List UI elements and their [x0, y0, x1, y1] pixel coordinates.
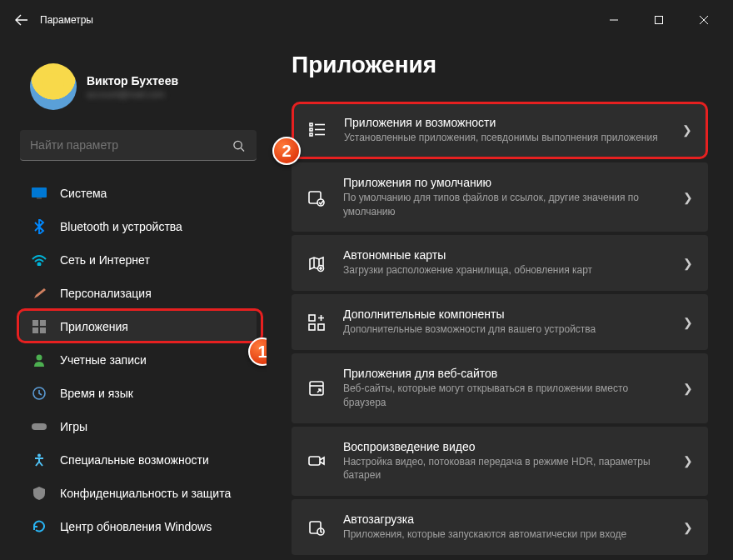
clock-icon: [32, 386, 47, 401]
svg-rect-12: [40, 328, 46, 333]
sidebar-item-accessibility[interactable]: Специальные возможности: [20, 444, 257, 476]
svg-rect-19: [310, 128, 312, 131]
annotation-badge-2: 2: [272, 137, 301, 165]
gamepad-icon: [32, 419, 47, 434]
card-subtitle: Веб-сайты, которые могут открываться в п…: [343, 382, 666, 410]
card-offline-maps[interactable]: Автономные карты Загрузки расположение х…: [292, 235, 708, 291]
sidebar-item-label: Время и язык: [60, 387, 133, 400]
svg-rect-11: [32, 328, 38, 333]
card-subtitle: Дополнительные возможности для вашего ус…: [343, 322, 666, 337]
grid-plus-icon: [307, 312, 327, 332]
sidebar-item-label: Специальные возможности: [60, 453, 209, 467]
minimize-button[interactable]: [595, 7, 633, 33]
chevron-right-icon: ❯: [683, 316, 693, 329]
chevron-right-icon: ❯: [683, 454, 693, 468]
sidebar-item-label: Система: [60, 187, 107, 200]
card-optional-features[interactable]: Дополнительные компоненты Дополнительные…: [292, 294, 708, 350]
svg-point-4: [234, 141, 242, 148]
sidebar-item-time[interactable]: Время и язык: [20, 378, 257, 409]
sidebar-item-label: Центр обновления Windows: [60, 520, 212, 533]
card-subtitle: Настройка видео, потоковая передача в ре…: [343, 455, 666, 483]
search: [20, 130, 257, 161]
card-subtitle: По умолчанию для типов файлов и ссылок, …: [343, 191, 666, 219]
content: Приложения Приложения и возможности Уста…: [267, 40, 733, 560]
svg-rect-15: [32, 423, 47, 430]
chevron-right-icon: ❯: [683, 191, 693, 204]
sidebar: Виктор Бухтеев account@mail.com Система …: [0, 40, 267, 560]
card-apps-for-websites[interactable]: Приложения для веб-сайтов Веб-сайты, кот…: [292, 353, 708, 423]
sidebar-item-label: Конфиденциальность и защита: [60, 487, 231, 500]
svg-point-13: [37, 355, 42, 361]
svg-rect-10: [40, 320, 46, 326]
chevron-right-icon: ❯: [683, 257, 693, 270]
card-title: Автономные карты: [343, 248, 666, 262]
sidebar-item-apps[interactable]: Приложения: [20, 311, 257, 342]
search-icon: [232, 139, 245, 152]
svg-rect-7: [37, 198, 42, 199]
avatar: [30, 63, 77, 110]
card-subtitle: Установленные приложения, псевдонимы вып…: [344, 131, 666, 145]
close-button[interactable]: [685, 7, 723, 33]
svg-rect-1: [656, 17, 663, 24]
svg-line-5: [241, 148, 244, 151]
sidebar-item-gaming[interactable]: Игры: [20, 411, 257, 442]
svg-point-16: [37, 454, 41, 458]
nav: Система Bluetooth и устройства Сеть и Ин…: [20, 178, 257, 542]
person-icon: [32, 352, 47, 368]
profile[interactable]: Виктор Бухтеев account@mail.com: [20, 47, 257, 130]
sidebar-item-system[interactable]: Система: [20, 178, 257, 209]
profile-email: account@mail.com: [87, 89, 178, 99]
svg-rect-26: [309, 315, 315, 321]
card-title: Приложения для веб-сайтов: [343, 367, 666, 380]
svg-rect-31: [309, 457, 320, 465]
shield-icon: [32, 486, 47, 501]
svg-point-8: [38, 263, 41, 266]
sidebar-item-network[interactable]: Сеть и Интернет: [20, 244, 257, 276]
card-title: Дополнительные компоненты: [343, 308, 666, 321]
monitor-icon: [32, 186, 47, 201]
sidebar-item-label: Учетные записи: [60, 353, 147, 367]
search-input[interactable]: [20, 130, 257, 161]
svg-rect-27: [309, 324, 315, 330]
profile-name: Виктор Бухтеев: [87, 74, 178, 88]
website-icon: [307, 378, 327, 398]
sidebar-item-label: Сеть и Интернет: [60, 253, 150, 267]
card-subtitle: Приложения, которые запускаются автомати…: [343, 528, 666, 542]
svg-rect-9: [32, 320, 38, 326]
svg-rect-21: [310, 133, 312, 136]
sidebar-item-update[interactable]: Центр обновления Windows: [20, 511, 257, 542]
back-button[interactable]: [7, 5, 37, 35]
accessibility-icon: [32, 452, 47, 468]
card-apps-features[interactable]: Приложения и возможности Установленные п…: [292, 102, 708, 159]
bluetooth-icon: [32, 219, 47, 234]
sidebar-item-accounts[interactable]: Учетные записи: [20, 344, 257, 376]
default-icon: [307, 188, 327, 208]
titlebar: Параметры: [0, 0, 733, 40]
svg-rect-28: [318, 324, 324, 330]
sidebar-item-label: Приложения: [60, 320, 128, 333]
maximize-button[interactable]: [640, 7, 678, 33]
card-title: Воспроизведение видео: [343, 440, 666, 453]
video-icon: [307, 451, 327, 471]
card-video-playback[interactable]: Воспроизведение видео Настройка видео, п…: [292, 427, 708, 497]
svg-rect-29: [310, 382, 323, 395]
svg-rect-17: [310, 123, 312, 126]
brush-icon: [32, 286, 47, 301]
app-title: Параметры: [40, 14, 93, 26]
card-title: Приложения по умолчанию: [343, 176, 666, 189]
apps-icon: [32, 319, 47, 334]
startup-icon: [307, 518, 327, 538]
wifi-icon: [32, 252, 47, 268]
sidebar-item-privacy[interactable]: Конфиденциальность и защита: [20, 478, 257, 509]
chevron-right-icon: ❯: [683, 521, 693, 534]
card-startup[interactable]: Автозагрузка Приложения, которые запуска…: [292, 499, 708, 555]
card-default-apps[interactable]: Приложения по умолчанию По умолчанию для…: [292, 162, 708, 232]
map-icon: [307, 253, 327, 273]
chevron-right-icon: ❯: [683, 382, 693, 395]
card-title: Автозагрузка: [343, 512, 666, 526]
list-icon: [307, 120, 327, 140]
sidebar-item-bluetooth[interactable]: Bluetooth и устройства: [20, 211, 257, 242]
card-title: Приложения и возможности: [344, 116, 666, 129]
sidebar-item-label: Игры: [60, 420, 87, 433]
sidebar-item-personalization[interactable]: Персонализация: [20, 278, 257, 309]
